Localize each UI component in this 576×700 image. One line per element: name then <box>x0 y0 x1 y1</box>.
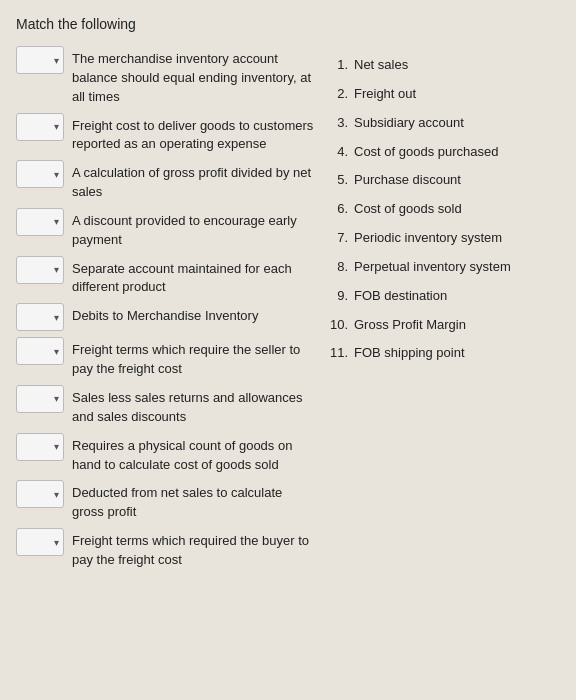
dropdown-8[interactable]: ▾ <box>16 385 64 413</box>
right-label-3: Subsidiary account <box>354 114 464 133</box>
dropdown-4[interactable]: ▾ <box>16 208 64 236</box>
left-item-text-11: Freight terms which required the buyer t… <box>72 528 316 570</box>
left-item-10: ▾Deducted from net sales to calculate gr… <box>16 480 316 522</box>
left-item-text-6: Debits to Merchandise Inventory <box>72 303 316 326</box>
right-label-6: Cost of goods sold <box>354 200 462 219</box>
right-label-8: Perpetual inventory system <box>354 258 511 277</box>
dropdown-6[interactable]: ▾ <box>16 303 64 331</box>
right-label-9: FOB destination <box>354 287 447 306</box>
right-number-5: 5. <box>326 171 348 190</box>
dropdown-2[interactable]: ▾ <box>16 113 64 141</box>
right-number-7: 7. <box>326 229 348 248</box>
dropdown-11[interactable]: ▾ <box>16 528 64 556</box>
left-item-text-4: A discount provided to encourage early p… <box>72 208 316 250</box>
right-label-5: Purchase discount <box>354 171 461 190</box>
left-item-3: ▾A calculation of gross profit divided b… <box>16 160 316 202</box>
left-item-text-5: Separate account maintained for each dif… <box>72 256 316 298</box>
right-number-2: 2. <box>326 85 348 104</box>
right-item-7: 7.Periodic inventory system <box>326 227 560 250</box>
dropdown-7[interactable]: ▾ <box>16 337 64 365</box>
right-number-8: 8. <box>326 258 348 277</box>
left-item-6: ▾Debits to Merchandise Inventory <box>16 303 316 331</box>
left-item-text-10: Deducted from net sales to calculate gro… <box>72 480 316 522</box>
chevron-down-icon: ▾ <box>54 441 59 452</box>
dropdown-1[interactable]: ▾ <box>16 46 64 74</box>
left-column: ▾The merchandise inventory account balan… <box>16 46 316 570</box>
right-number-1: 1. <box>326 56 348 75</box>
chevron-down-icon: ▾ <box>54 489 59 500</box>
left-item-9: ▾Requires a physical count of goods on h… <box>16 433 316 475</box>
left-item-text-1: The merchandise inventory account balanc… <box>72 46 316 107</box>
right-number-9: 9. <box>326 287 348 306</box>
left-item-2: ▾Freight cost to deliver goods to custom… <box>16 113 316 155</box>
chevron-down-icon: ▾ <box>54 216 59 227</box>
right-item-2: 2.Freight out <box>326 83 560 106</box>
right-item-6: 6.Cost of goods sold <box>326 198 560 221</box>
right-label-1: Net sales <box>354 56 408 75</box>
dropdown-5[interactable]: ▾ <box>16 256 64 284</box>
right-item-5: 5.Purchase discount <box>326 169 560 192</box>
chevron-down-icon: ▾ <box>54 55 59 66</box>
page-title: Match the following <box>16 16 560 32</box>
chevron-down-icon: ▾ <box>54 121 59 132</box>
right-item-4: 4.Cost of goods purchased <box>326 141 560 164</box>
right-number-3: 3. <box>326 114 348 133</box>
left-item-1: ▾The merchandise inventory account balan… <box>16 46 316 107</box>
left-item-text-8: Sales less sales returns and allowances … <box>72 385 316 427</box>
right-number-6: 6. <box>326 200 348 219</box>
right-item-1: 1.Net sales <box>326 54 560 77</box>
left-item-4: ▾A discount provided to encourage early … <box>16 208 316 250</box>
right-label-11: FOB shipping point <box>354 344 465 363</box>
right-label-7: Periodic inventory system <box>354 229 502 248</box>
left-item-8: ▾Sales less sales returns and allowances… <box>16 385 316 427</box>
right-column: 1.Net sales2.Freight out3.Subsidiary acc… <box>326 46 560 570</box>
chevron-down-icon: ▾ <box>54 537 59 548</box>
right-label-4: Cost of goods purchased <box>354 143 499 162</box>
chevron-down-icon: ▾ <box>54 393 59 404</box>
right-item-9: 9.FOB destination <box>326 285 560 308</box>
right-item-10: 10.Gross Profit Margin <box>326 314 560 337</box>
right-item-3: 3.Subsidiary account <box>326 112 560 135</box>
main-container: ▾The merchandise inventory account balan… <box>16 46 560 570</box>
left-item-text-9: Requires a physical count of goods on ha… <box>72 433 316 475</box>
chevron-down-icon: ▾ <box>54 346 59 357</box>
chevron-down-icon: ▾ <box>54 312 59 323</box>
left-item-text-2: Freight cost to deliver goods to custome… <box>72 113 316 155</box>
dropdown-10[interactable]: ▾ <box>16 480 64 508</box>
right-number-10: 10. <box>326 316 348 335</box>
left-item-text-3: A calculation of gross profit divided by… <box>72 160 316 202</box>
dropdown-3[interactable]: ▾ <box>16 160 64 188</box>
left-item-5: ▾Separate account maintained for each di… <box>16 256 316 298</box>
left-item-7: ▾Freight terms which require the seller … <box>16 337 316 379</box>
chevron-down-icon: ▾ <box>54 169 59 180</box>
left-item-11: ▾Freight terms which required the buyer … <box>16 528 316 570</box>
left-item-text-7: Freight terms which require the seller t… <box>72 337 316 379</box>
dropdown-9[interactable]: ▾ <box>16 433 64 461</box>
right-label-2: Freight out <box>354 85 416 104</box>
right-item-11: 11.FOB shipping point <box>326 342 560 365</box>
right-label-10: Gross Profit Margin <box>354 316 466 335</box>
right-number-4: 4. <box>326 143 348 162</box>
right-number-11: 11. <box>326 344 348 363</box>
chevron-down-icon: ▾ <box>54 264 59 275</box>
right-item-8: 8.Perpetual inventory system <box>326 256 560 279</box>
